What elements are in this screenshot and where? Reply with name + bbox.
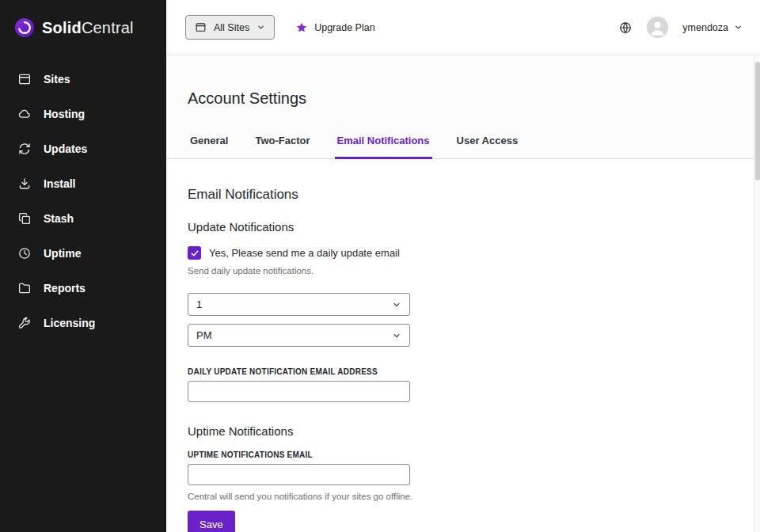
uptime-email-label: Uptime Notifications Email [188, 450, 754, 459]
tab-two-factor[interactable]: Two-Factor [253, 135, 312, 159]
topbar-right: ymendoza [618, 17, 743, 38]
sidebar-item-label: Licensing [44, 317, 95, 329]
sites-icon [17, 72, 32, 86]
sidebar-item-hosting[interactable]: Hosting [0, 97, 166, 131]
daily-update-helper-text: Send daily update notifications. [188, 266, 754, 276]
upgrade-plan-button[interactable]: Upgrade Plan [295, 21, 374, 34]
upgrade-plan-label: Upgrade Plan [314, 22, 374, 33]
sidebar-item-uptime[interactable]: Uptime [0, 236, 166, 271]
chevron-down-icon [392, 300, 401, 310]
logo-text: SolidCentral [42, 19, 134, 37]
star-icon [295, 21, 308, 34]
meridiem-select-value: PM [196, 329, 212, 341]
main-content: Email Notifications Update Notifications… [166, 160, 754, 532]
page-title: Account Settings [166, 55, 754, 108]
topbar: All Sites Upgrade Plan ymendoza [166, 0, 760, 55]
install-icon [17, 177, 32, 191]
daily-update-checkbox-label: Yes, Please send me a daily update email [209, 247, 400, 259]
vertical-scrollbar[interactable] [754, 55, 760, 532]
chevron-down-icon [734, 23, 743, 32]
sidebar-item-label: Hosting [44, 108, 85, 120]
logo-text-bold: Solid [42, 19, 82, 36]
avatar[interactable] [647, 17, 668, 38]
username: ymendoza [682, 22, 728, 33]
updates-icon [17, 142, 32, 156]
reports-icon [17, 281, 32, 295]
user-menu[interactable]: ymendoza [682, 22, 743, 33]
sidebar-nav: Sites Hosting Updates Install [0, 62, 166, 340]
daily-update-checkbox[interactable] [188, 246, 201, 260]
sidebar-item-label: Reports [44, 282, 86, 294]
sidebar-item-stash[interactable]: Stash [0, 201, 166, 236]
uptime-helper-text: Central will send you notifications if y… [188, 492, 754, 501]
logo-text-light: Central [82, 19, 134, 36]
sidebar-item-sites[interactable]: Sites [0, 62, 166, 97]
uptime-email-input[interactable] [188, 464, 410, 485]
logo[interactable]: SolidCentral [0, 0, 166, 52]
tab-general[interactable]: General [188, 135, 230, 159]
stash-icon [17, 211, 32, 226]
sidebar-item-label: Updates [44, 142, 87, 155]
uptime-icon [17, 246, 32, 260]
solid-central-logo-icon [14, 17, 35, 38]
chevron-down-icon [256, 23, 265, 32]
hosting-icon [17, 107, 32, 121]
daily-update-checkbox-row[interactable]: Yes, Please send me a daily update email [188, 246, 754, 260]
licensing-icon [17, 316, 32, 330]
sidebar-item-label: Install [44, 177, 75, 190]
uptime-notifications-heading: Uptime Notifications [188, 424, 754, 438]
tab-user-access[interactable]: User Access [454, 135, 521, 159]
sidebar-item-install[interactable]: Install [0, 166, 166, 201]
user-icon [647, 17, 668, 38]
meridiem-select[interactable]: PM [188, 324, 410, 347]
sidebar-item-label: Uptime [44, 247, 81, 260]
daily-update-email-label: Daily Update Notification Email Address [188, 367, 754, 376]
all-sites-dropdown[interactable]: All Sites [185, 15, 275, 40]
sidebar: SolidCentral Sites Hosting Updates [0, 0, 166, 532]
scrollbar-thumb[interactable] [755, 62, 760, 180]
all-sites-label: All Sites [214, 22, 249, 33]
sidebar-item-label: Stash [44, 212, 74, 225]
page-header: Account Settings General Two-Factor Emai… [166, 55, 754, 159]
tab-email-notifications[interactable]: Email Notifications [335, 135, 432, 159]
daily-update-email-input[interactable] [188, 381, 410, 402]
hour-select[interactable]: 1 [188, 293, 410, 316]
update-notifications-heading: Update Notifications [188, 220, 754, 234]
globe-icon[interactable] [618, 21, 633, 35]
sidebar-item-reports[interactable]: Reports [0, 271, 166, 306]
sidebar-item-licensing[interactable]: Licensing [0, 306, 166, 340]
check-icon [190, 249, 200, 258]
hour-select-value: 1 [196, 298, 202, 310]
section-heading: Email Notifications [188, 187, 754, 203]
window-icon [195, 21, 207, 33]
sidebar-item-updates[interactable]: Updates [0, 131, 166, 166]
sidebar-item-label: Sites [44, 73, 70, 86]
chevron-down-icon [392, 331, 401, 340]
save-button[interactable]: Save [188, 511, 235, 532]
tab-bar: General Two-Factor Email Notifications U… [166, 135, 520, 159]
